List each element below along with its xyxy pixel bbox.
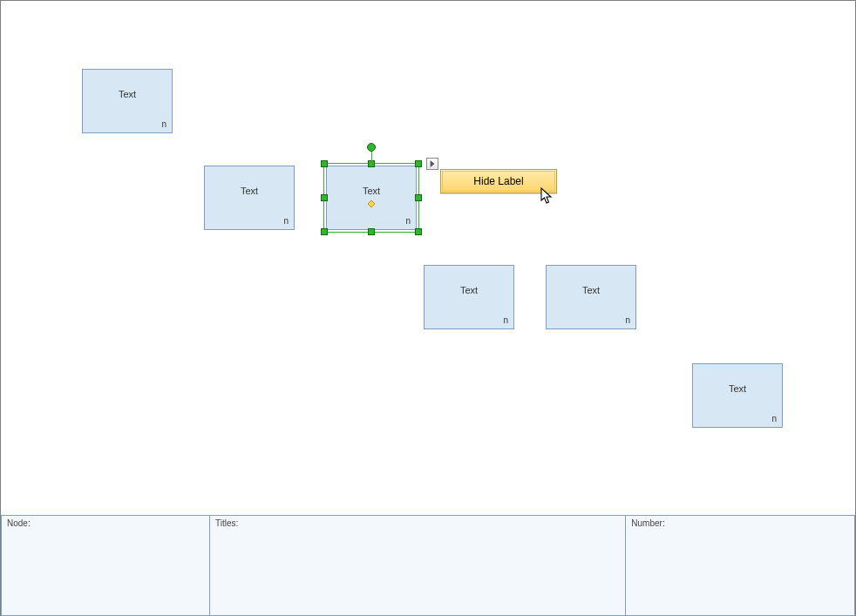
diagram-node[interactable]: Text n: [424, 265, 514, 329]
smart-tag-glyph-icon: [368, 199, 375, 206]
diagram-node[interactable]: Text n: [82, 69, 173, 133]
node-corner-label: n: [771, 414, 777, 423]
node-title: Text: [425, 285, 513, 295]
node-title: Text: [327, 186, 416, 196]
footer-panels: Node: Titles: Number:: [1, 515, 855, 616]
panel-node-label: Node:: [7, 518, 31, 528]
node-title: Text: [547, 285, 635, 295]
diagram-node[interactable]: Text n: [204, 166, 295, 230]
resize-handle-nw[interactable]: [321, 160, 328, 167]
diagram-node-selected[interactable]: Text n: [326, 166, 417, 230]
diagram-node[interactable]: Text n: [692, 363, 783, 428]
smart-tag-menu: Hide Label: [440, 169, 557, 193]
node-corner-label: n: [503, 315, 508, 325]
node-corner-label: n: [405, 216, 411, 226]
resize-handle-ne[interactable]: [415, 160, 422, 167]
node-title: Text: [205, 186, 294, 196]
node-title: Text: [83, 89, 172, 99]
panel-node: Node:: [1, 515, 210, 616]
resize-handle-w[interactable]: [321, 194, 328, 201]
resize-handle-se[interactable]: [415, 228, 422, 235]
resize-handle-s[interactable]: [368, 228, 375, 235]
panel-number: Number:: [625, 515, 855, 616]
menu-item-hide-label[interactable]: Hide Label: [442, 171, 555, 192]
diagram-canvas[interactable]: Text n Text n Text n: [1, 1, 855, 514]
smart-tag-button[interactable]: [426, 158, 438, 170]
panel-titles-label: Titles:: [215, 518, 238, 528]
rotation-connector: [371, 150, 372, 163]
resize-handle-sw[interactable]: [321, 228, 328, 235]
node-corner-label: n: [283, 216, 289, 226]
rotation-handle[interactable]: [367, 143, 376, 152]
node-corner-label: n: [161, 119, 166, 129]
node-title: Text: [693, 383, 782, 394]
play-icon: [430, 160, 435, 167]
diagram-node[interactable]: Text n: [546, 265, 636, 329]
app-frame: Text n Text n Text n: [0, 0, 856, 616]
node-corner-label: n: [625, 315, 630, 325]
panel-number-label: Number:: [631, 518, 664, 528]
resize-handle-e[interactable]: [415, 194, 422, 201]
panel-titles: Titles:: [209, 515, 626, 616]
